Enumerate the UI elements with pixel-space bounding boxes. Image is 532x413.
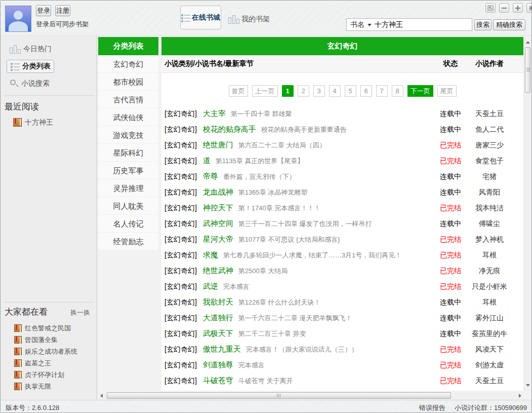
book-title-link[interactable]: 斗破苍穹 — [203, 376, 233, 385]
sidebar-item-category-list[interactable]: 分类列表 — [7, 60, 54, 73]
book-category: [玄幻奇幻] — [165, 188, 197, 196]
category-item[interactable]: 名人传记 — [98, 215, 158, 233]
category-item[interactable]: 武侠仙侠 — [98, 108, 158, 126]
book-title-link[interactable]: 道 — [203, 156, 211, 165]
scroll-up-icon[interactable] — [526, 41, 530, 44]
page-button[interactable]: 下一页 — [407, 85, 433, 97]
book-title-link[interactable]: 绝世武神 — [203, 266, 233, 275]
book-icon — [14, 371, 22, 379]
book-title-link[interactable]: 武极天下 — [203, 329, 233, 337]
page-current[interactable]: 1 — [282, 85, 294, 97]
column-book: 小说类别/小说书名/最新章节 — [165, 59, 430, 68]
vertical-scrollbar[interactable] — [524, 37, 531, 391]
scroll-down-icon[interactable] — [526, 384, 530, 387]
recent-book-item[interactable]: 十方神王 — [13, 117, 53, 128]
category-item[interactable]: 游戏竞技 — [98, 126, 158, 144]
everyone-reading-header: 大家都在看 — [5, 306, 48, 318]
book-category: [玄幻奇幻] — [165, 298, 197, 306]
page-button[interactable]: 4 — [329, 85, 341, 97]
book-row: [玄幻奇幻]斗破苍穹斗破苍穹 关于离开已完结天蚕土豆 — [161, 373, 523, 389]
register-button[interactable]: 注册 — [55, 5, 70, 16]
hot-book-item[interactable]: 执掌无限 — [14, 381, 77, 392]
page-button[interactable]: 6 — [360, 85, 372, 97]
search-field-selector[interactable]: 书名 — [350, 20, 364, 29]
book-status: 已完结 — [430, 141, 471, 150]
category-item[interactable]: 都市校园 — [98, 73, 158, 91]
book-title-link[interactable]: 求魔 — [203, 250, 218, 259]
category-item[interactable]: 同人耽美 — [98, 197, 158, 215]
book-title-link[interactable]: 大主宰 — [203, 109, 226, 118]
online-bookstore-button[interactable]: 在线书城 — [180, 6, 221, 29]
page-button[interactable]: 5 — [345, 85, 356, 97]
page-button[interactable]: 7 — [376, 85, 388, 97]
book-row: [玄幻奇幻]大道独行第一千六百二十二章 漫天肥羊飘飘飞！连载中雾外江山 — [161, 310, 523, 326]
page-button[interactable]: 3 — [313, 85, 325, 97]
book-title-link[interactable]: 星河大帝 — [203, 235, 233, 243]
book-title-link[interactable]: 帝尊 — [203, 172, 218, 180]
search-input[interactable]: 书名 十方神王 — [346, 18, 472, 31]
scroll-left-icon[interactable] — [100, 394, 103, 398]
login-button[interactable]: 登录 — [36, 5, 51, 16]
category-item[interactable]: 玄幻奇幻 — [98, 55, 158, 73]
category-item[interactable]: 古代言情 — [98, 91, 158, 108]
hot-book-item[interactable]: 盗墓之王 — [14, 357, 77, 369]
book-author: 雾外江山 — [471, 314, 508, 323]
skin-button[interactable] — [485, 3, 496, 13]
book-category: [玄幻奇幻] — [165, 125, 197, 133]
book-title-link[interactable]: 武逆 — [203, 282, 218, 290]
latest-chapter: 第三千一百二十四章 爆发了也没用，一样吊打 — [238, 220, 372, 228]
book-icon — [14, 383, 22, 390]
book-title-link[interactable]: 我欲封天 — [203, 297, 233, 306]
search-button[interactable]: 搜索 — [474, 19, 492, 30]
horizontal-scrollbar[interactable] — [98, 392, 523, 400]
latest-chapter: 完本感言 — [238, 361, 265, 369]
hot-book-item[interactable]: 娱乐之成功者系统 — [14, 346, 77, 357]
page-button[interactable]: 尾页 — [437, 85, 457, 97]
avatar[interactable] — [5, 6, 31, 32]
sidebar: 今日热门 分类列表 小说搜索 最近阅读 十方神王 大家都在看 换一换 红色警戒之… — [1, 36, 97, 400]
page-button[interactable]: 2 — [298, 85, 309, 97]
book-icon — [14, 324, 22, 332]
book-title-link[interactable]: 傲世九重天 — [203, 345, 241, 353]
maximize-button[interactable] — [513, 3, 523, 13]
latest-chapter: 第一千六百二十二章 漫天肥羊飘飘飞！ — [238, 314, 352, 322]
book-title-link[interactable]: 校花的贴身高手 — [203, 125, 256, 133]
refresh-link[interactable]: 换一换 — [70, 308, 90, 317]
book-title-link[interactable]: 龙血战神 — [203, 187, 233, 196]
book-status: 已完结 — [430, 157, 471, 166]
category-item[interactable]: 星际科幻 — [98, 144, 158, 162]
book-title-link[interactable]: 神控天下 — [203, 203, 233, 212]
page-button[interactable]: 上一页 — [252, 85, 278, 97]
minimize-button[interactable] — [499, 3, 509, 13]
hot-book-item[interactable]: 贞子怀孕计划 — [14, 369, 77, 381]
category-item[interactable]: 灵异推理 — [98, 179, 158, 197]
sidebar-item-novel-search[interactable]: 小说搜索 — [10, 79, 50, 88]
hot-book-item[interactable]: 曾国藩全集 — [14, 334, 77, 346]
book-title-link[interactable]: 大道独行 — [203, 313, 233, 322]
toolbar: 登录 注册 登录后可同步书架 在线书城 我的书架 书名 十方神王 搜索 精确搜索 — [1, 1, 532, 36]
precise-search-button[interactable]: 精确搜索 — [493, 19, 525, 30]
page-button[interactable]: 8 — [392, 85, 403, 97]
book-title-link[interactable]: 剑道独尊 — [203, 360, 233, 369]
horizontal-scrollbar-thumb[interactable] — [107, 392, 451, 399]
my-bookshelf-button[interactable]: 我的书架 — [228, 14, 270, 24]
sidebar-divider-2 — [4, 302, 94, 303]
page-button[interactable]: 首页 — [229, 85, 248, 97]
novel-search-icon — [10, 79, 19, 88]
column-status: 状态 — [430, 59, 471, 68]
category-item[interactable]: 历史军事 — [98, 162, 158, 179]
error-report-link[interactable]: 错误报告 — [419, 403, 445, 412]
book-status: 连载中 — [430, 219, 471, 229]
category-item[interactable]: 经管励志 — [98, 233, 158, 250]
scroll-right-icon[interactable] — [519, 394, 521, 398]
book-row: [玄幻奇幻]武极天下第二千二百三十章 异变连载中蚕茧里的牛 — [161, 326, 523, 342]
book-title-link[interactable]: 绝世唐门 — [203, 140, 233, 149]
vertical-scrollbar-thumb[interactable] — [525, 47, 530, 93]
latest-chapter: 第1135章 真正的世界【尾章】 — [216, 157, 304, 165]
sidebar-item-today-hot[interactable]: 今日热门 — [10, 45, 52, 54]
book-category: [玄幻奇幻] — [165, 219, 197, 228]
close-button[interactable] — [526, 3, 532, 13]
book-title-link[interactable]: 武神空间 — [203, 219, 233, 228]
book-status: 已完结 — [430, 251, 471, 260]
hot-book-item[interactable]: 红色警戒之民国 — [14, 322, 77, 334]
